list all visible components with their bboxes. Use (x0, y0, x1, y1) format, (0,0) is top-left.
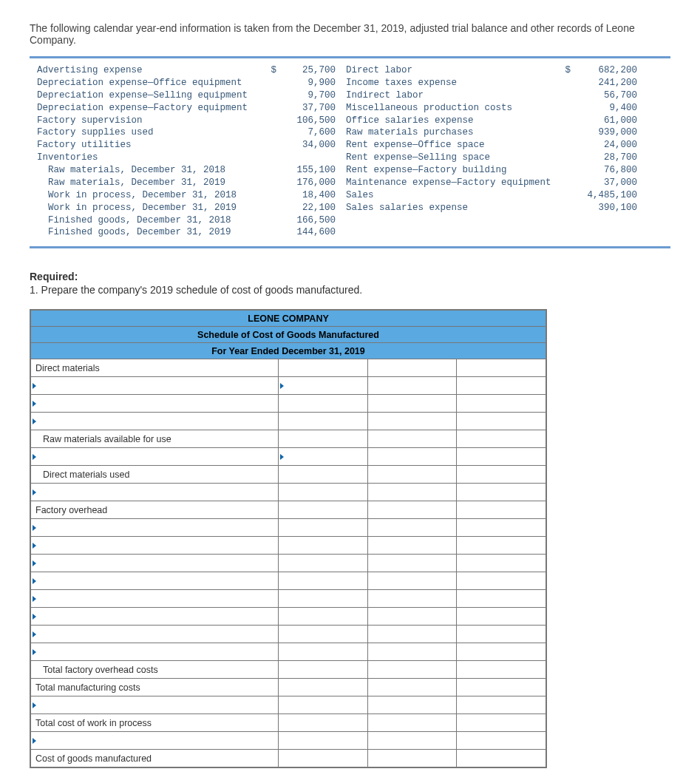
input-foh-2[interactable] (279, 537, 368, 555)
trial-balance-row: Depreciation expense—Selling equipment9,… (37, 89, 663, 102)
row-factory-overhead: Factory overhead (31, 501, 279, 519)
dropdown-dm-2[interactable] (31, 395, 279, 413)
dropdown-foh-4[interactable] (31, 572, 279, 590)
input-less-wip[interactable] (367, 732, 457, 750)
schedule-table: LEONE COMPANY Schedule of Cost of Goods … (30, 309, 547, 768)
input-foh-7[interactable] (279, 626, 368, 643)
trial-balance-box: Advertising expense$25,700Direct labor$6… (30, 56, 670, 248)
trial-balance-row: Factory utilities34,000Rent expense—Offi… (37, 139, 663, 152)
input-foh-5[interactable] (279, 590, 368, 608)
schedule-header-period: For Year Ended December 31, 2019 (31, 343, 546, 359)
trial-balance-row: Raw materials, December 31, 2019176,000M… (37, 177, 663, 189)
trial-balance-row: InventoriesRent expense—Selling space28,… (37, 152, 663, 164)
row-cogm: Cost of goods manufactured (31, 750, 279, 767)
trial-balance-row: Factory supplies used7,600Raw materials … (37, 126, 663, 139)
trial-balance-row: Factory supervision106,500Office salarie… (37, 115, 663, 127)
input-total-foh[interactable] (367, 661, 457, 679)
required-header: Required: (30, 271, 670, 282)
row-total-wip: Total cost of work in process (31, 714, 279, 732)
dropdown-foh-3[interactable] (31, 555, 279, 572)
input-dm-1a[interactable] (279, 377, 368, 395)
trial-balance-row: Depreciation expense—Office equipment9,9… (37, 77, 663, 89)
input-dm-3a[interactable] (279, 413, 368, 430)
input-direct-used[interactable] (367, 466, 457, 484)
trial-balance-row: Advertising expense$25,700Direct labor$6… (37, 64, 663, 77)
dropdown-foh-1[interactable] (31, 519, 279, 537)
dropdown-foh-8[interactable] (31, 643, 279, 661)
trial-balance-row: Raw materials, December 31, 2018155,100R… (37, 164, 663, 177)
trial-balance-row: Finished goods, December 31, 2018166,500 (37, 214, 663, 227)
input-add-wip[interactable] (367, 696, 457, 714)
row-raw-available: Raw materials available for use (31, 430, 279, 448)
row-total-mfg: Total manufacturing costs (31, 679, 279, 696)
input-foh-3[interactable] (279, 555, 368, 572)
input-total-wip[interactable] (367, 714, 457, 732)
dropdown-foh-7[interactable] (31, 626, 279, 643)
input-direct-labor[interactable] (367, 484, 457, 501)
schedule-header-company: LEONE COMPANY (31, 311, 546, 327)
dropdown-foh-6[interactable] (31, 608, 279, 626)
dropdown-less-wip[interactable] (31, 732, 279, 750)
trial-balance-row: Depreciation expense—Factory equipment37… (37, 102, 663, 115)
input-dm-2a[interactable] (279, 395, 368, 413)
row-direct-used: Direct materials used (31, 466, 279, 484)
input-foh-8[interactable] (279, 643, 368, 661)
dropdown-dm-3[interactable] (31, 413, 279, 430)
dropdown-foh-5[interactable] (31, 590, 279, 608)
input-foh-6[interactable] (279, 608, 368, 626)
input-total-mfg[interactable] (367, 679, 457, 696)
row-direct-materials: Direct materials (31, 359, 279, 377)
trial-balance-row: Finished goods, December 31, 2019144,600 (37, 226, 663, 239)
trial-balance-row: Work in process, December 31, 201818,400… (37, 189, 663, 202)
input-foh-1[interactable] (279, 519, 368, 537)
intro-text: The following calendar year-end informat… (30, 22, 670, 46)
required-text: 1. Prepare the company's 2019 schedule o… (30, 284, 670, 296)
input-dm-less[interactable] (279, 448, 368, 466)
input-cogm[interactable] (457, 750, 546, 767)
dropdown-add-wip[interactable] (31, 696, 279, 714)
dropdown-dm-1[interactable] (31, 377, 279, 395)
dropdown-direct-labor[interactable] (31, 484, 279, 501)
row-total-foh: Total factory overhead costs (31, 661, 279, 679)
dropdown-dm-less[interactable] (31, 448, 279, 466)
trial-balance-row: Work in process, December 31, 201922,100… (37, 202, 663, 214)
input-foh-4[interactable] (279, 572, 368, 590)
dropdown-foh-2[interactable] (31, 537, 279, 555)
input-raw-avail[interactable] (279, 430, 368, 448)
schedule-header-title: Schedule of Cost of Goods Manufactured (31, 327, 546, 343)
